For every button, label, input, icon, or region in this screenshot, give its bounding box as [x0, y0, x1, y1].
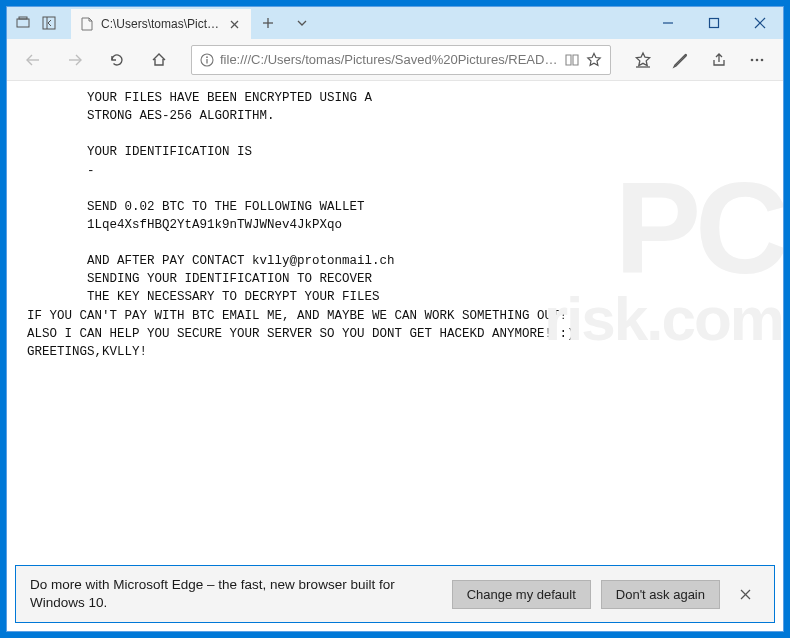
dont-ask-button[interactable]: Don't ask again [601, 580, 720, 609]
svg-point-15 [206, 56, 208, 58]
tab-preview-icon[interactable] [15, 15, 31, 31]
browser-window: C:\Users\tomas\Pictures [6, 6, 784, 632]
svg-rect-9 [710, 19, 719, 28]
reading-view-icon[interactable] [564, 53, 580, 67]
ransom-note-text: YOUR FILES HAVE BEEN ENCRYPTED USING A S… [7, 81, 783, 361]
favorites-hub-icon[interactable] [625, 42, 661, 78]
forward-button[interactable] [57, 42, 93, 78]
tab-dropdown-icon[interactable] [285, 7, 319, 39]
svg-rect-2 [43, 17, 55, 29]
share-icon[interactable] [701, 42, 737, 78]
favorite-star-icon[interactable] [586, 52, 602, 68]
svg-point-19 [756, 58, 759, 61]
change-default-button[interactable]: Change my default [452, 580, 591, 609]
notes-icon[interactable] [663, 42, 699, 78]
info-icon [200, 53, 214, 67]
svg-point-20 [761, 58, 764, 61]
tab-title: C:\Users\tomas\Pictures [101, 17, 220, 31]
prompt-message: Do more with Microsoft Edge – the fast, … [30, 576, 442, 611]
set-aside-tabs-icon[interactable] [41, 15, 57, 31]
tab-active[interactable]: C:\Users\tomas\Pictures [71, 9, 251, 39]
refresh-button[interactable] [99, 42, 135, 78]
address-text: file:///C:/Users/tomas/Pictures/Saved%20… [220, 52, 558, 67]
svg-rect-1 [19, 17, 27, 19]
more-icon[interactable] [739, 42, 775, 78]
tab-close-icon[interactable] [228, 17, 241, 31]
new-tab-button[interactable] [251, 7, 285, 39]
default-browser-prompt: Do more with Microsoft Edge – the fast, … [15, 565, 775, 623]
svg-rect-0 [17, 19, 29, 27]
window-maximize-button[interactable] [691, 7, 737, 39]
window-close-button[interactable] [737, 7, 783, 39]
address-bar[interactable]: file:///C:/Users/tomas/Pictures/Saved%20… [191, 45, 611, 75]
home-button[interactable] [141, 42, 177, 78]
window-minimize-button[interactable] [645, 7, 691, 39]
page-content: PC risk.com YOUR FILES HAVE BEEN ENCRYPT… [7, 81, 783, 557]
tab-file-icon [81, 17, 93, 31]
toolbar: file:///C:/Users/tomas/Pictures/Saved%20… [7, 39, 783, 81]
back-button[interactable] [15, 42, 51, 78]
svg-point-18 [751, 58, 754, 61]
prompt-close-icon[interactable] [730, 579, 760, 609]
titlebar: C:\Users\tomas\Pictures [7, 7, 783, 39]
